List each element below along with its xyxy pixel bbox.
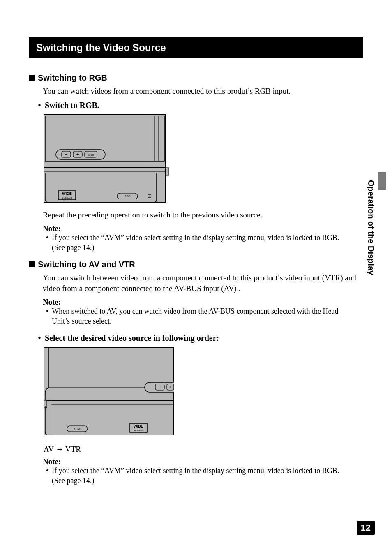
subheading-av-vtr-text: Switching to AV and VTR bbox=[38, 260, 135, 269]
after-diagram-text: Repeat the preceding operation to switch… bbox=[43, 210, 363, 220]
note-list-2: When switched to AV, you can watch video… bbox=[52, 307, 363, 326]
intro-text-rgb: You can watch videos from a component co… bbox=[43, 86, 363, 97]
note-item-3: If you select the “AVM” video select set… bbox=[52, 466, 347, 485]
section-title-bar: Switching the Video Source bbox=[29, 37, 363, 58]
side-tab-label: Operation of the Display bbox=[366, 180, 376, 275]
note-label-3: Note: bbox=[43, 457, 363, 466]
note-list-1: If you select the “AVM” video select set… bbox=[52, 233, 363, 252]
section-title: Switching the Video Source bbox=[36, 42, 166, 53]
note-label-2: Note: bbox=[43, 298, 363, 307]
svg-text:−: − bbox=[159, 384, 161, 389]
square-bullet-icon bbox=[29, 75, 35, 81]
bullet-icon: • bbox=[36, 333, 43, 343]
side-tab-marker bbox=[378, 172, 386, 190]
source-sequence: AV → VTR bbox=[44, 445, 363, 454]
wide-label: WIDE bbox=[62, 192, 72, 196]
svg-text:SCREEN: SCREEN bbox=[133, 429, 143, 432]
note-item-2: When switched to AV, you can watch video… bbox=[52, 307, 347, 326]
intro-text-av: You can switch between video from a comp… bbox=[43, 273, 363, 294]
step-select-source: • Select the desired video source in fol… bbox=[36, 333, 363, 343]
svg-point-13 bbox=[149, 195, 150, 196]
subheading-rgb: Switching to RGB bbox=[29, 73, 363, 83]
seq-vtr: VTR bbox=[65, 445, 81, 453]
device-diagram-rgb: − + WIDE WIDE SCREEN RGB bbox=[44, 114, 363, 204]
note-label-1: Note: bbox=[43, 224, 363, 233]
rgb-button-label: RGB bbox=[124, 195, 131, 198]
minus-button-label: − bbox=[65, 152, 67, 157]
manual-page: Switching the Video Source Switching to … bbox=[0, 0, 392, 557]
step-select-source-text: Select the desired video source in follo… bbox=[45, 333, 219, 342]
arrow-icon: → bbox=[55, 445, 63, 453]
page-number: 12 bbox=[357, 521, 375, 535]
subheading-rgb-text: Switching to RGB bbox=[38, 73, 107, 82]
screen-label: SCREEN bbox=[62, 196, 72, 199]
seq-av: AV bbox=[44, 445, 54, 453]
square-bullet-icon bbox=[29, 261, 35, 267]
svg-text:WIDE: WIDE bbox=[134, 424, 143, 428]
side-tab: Operation of the Display bbox=[362, 180, 375, 303]
svg-text:+: + bbox=[169, 384, 171, 389]
bullet-icon: • bbox=[36, 101, 43, 110]
wide-button-label: WIDE bbox=[88, 154, 94, 156]
subheading-av-vtr: Switching to AV and VTR bbox=[29, 260, 363, 269]
vsrc-button-label: V.SRC bbox=[73, 428, 81, 430]
svg-rect-10 bbox=[166, 168, 169, 175]
step-switch-to-rgb: • Switch to RGB. bbox=[36, 101, 363, 110]
svg-rect-21 bbox=[44, 400, 174, 435]
plus-button-label: + bbox=[76, 152, 79, 157]
note-list-3: If you select the “AVM” video select set… bbox=[52, 466, 363, 485]
device-diagram-av: − + V.SRC WIDE SCREEN bbox=[44, 347, 363, 437]
note-item-1: If you select the “AVM” video select set… bbox=[52, 233, 347, 252]
step-switch-to-rgb-text: Switch to RGB. bbox=[45, 101, 99, 110]
